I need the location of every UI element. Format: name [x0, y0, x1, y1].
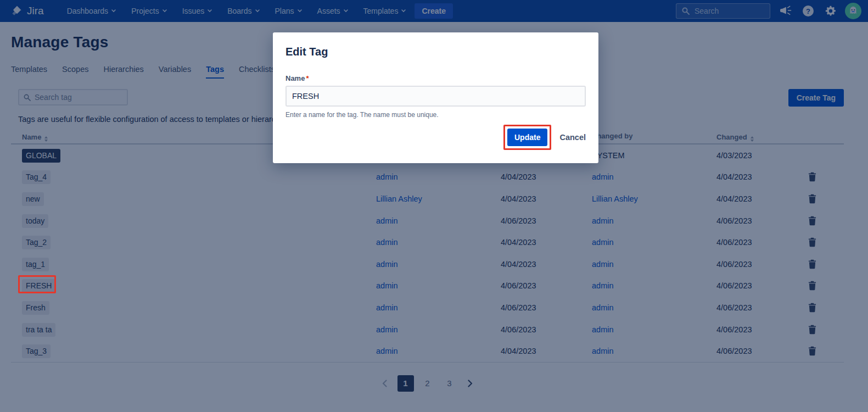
name-field-label: Name* [285, 74, 586, 82]
required-asterisk: * [306, 74, 309, 82]
update-button-annotation: Update [503, 125, 551, 150]
tag-name-field[interactable] [285, 86, 586, 107]
edit-tag-modal: Edit Tag Name* Enter a name for the tag.… [273, 32, 598, 163]
cancel-button[interactable]: Cancel [559, 133, 586, 142]
modal-actions: Update Cancel [285, 125, 586, 150]
name-field-helper: Enter a name for the tag. The name must … [285, 111, 586, 119]
modal-title: Edit Tag [285, 46, 586, 58]
update-button[interactable]: Update [507, 129, 547, 146]
